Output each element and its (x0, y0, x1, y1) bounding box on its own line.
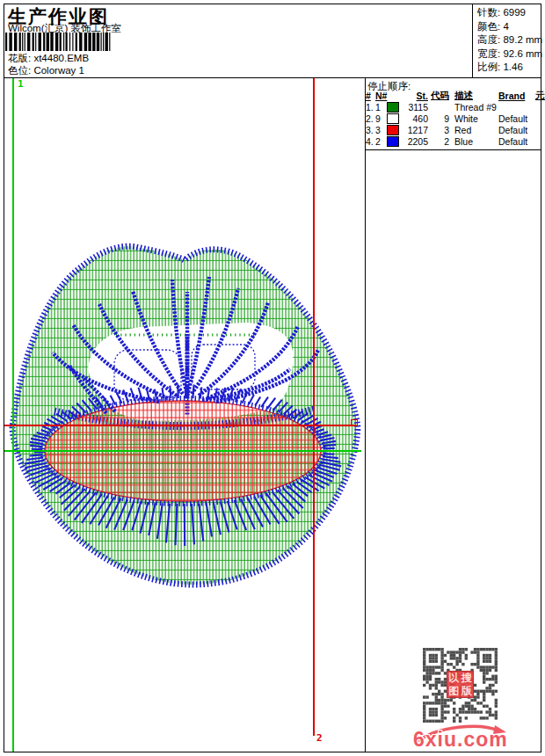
end-guide-vertical (313, 78, 315, 736)
table-row: 1. 1 3115 Thread #9 (366, 101, 545, 113)
pattern-label: 花版: (8, 53, 31, 63)
color-swatch (387, 113, 399, 124)
end-guide-horizontal (4, 425, 356, 426)
site-name: 6xiu.com (413, 728, 508, 752)
stat-scale: 比例: 1.46 (477, 61, 542, 75)
red-stamp: 以 搜 图 版 (447, 671, 474, 698)
table-row: 3. 3 1217 3 Red Default (366, 124, 545, 135)
col-brand: Brand (498, 91, 535, 101)
col-code: 代码 (430, 90, 453, 102)
stat-width: 宽度: 92.6 mm (477, 47, 542, 62)
pattern-value: xt4480.EMB (33, 53, 89, 63)
stats-panel: 针数: 6999 颜色: 4 高度: 89.2 mm 宽度: 92.6 mm 比… (477, 6, 542, 75)
color-swatch (387, 136, 399, 147)
end-point-marker (351, 419, 358, 426)
colorway-value: Colorway 1 (33, 65, 84, 76)
start-guide-horizontal (4, 450, 361, 452)
end-guide-label: 2 (316, 732, 323, 744)
table-row: 2. 9 460 9 White Default (366, 113, 545, 124)
stat-colors: 颜色: 4 (477, 20, 542, 34)
stats-divider (472, 4, 473, 77)
colorway-label: 色位: (8, 65, 31, 76)
start-guide-label: 1 (18, 78, 24, 90)
col-hash: # (366, 91, 375, 101)
sidebar-divider (365, 77, 366, 752)
production-worksheet: { "header": { "title": "生产作业图", "subtitl… (0, 0, 545, 756)
stop-sequence-header: # N# St. 代码 描述 Brand 元素 (366, 90, 545, 102)
col-element: 元素 (535, 90, 545, 102)
color-swatch (387, 125, 399, 135)
col-needle: N# (375, 91, 401, 101)
lips-embroidery-design (4, 77, 365, 752)
colorway: 色位: Colorway 1 (8, 64, 84, 77)
stat-stitches: 针数: 6999 (477, 6, 542, 20)
pattern-file: 花版: xt4480.EMB (8, 52, 89, 65)
barcode-icon (5, 33, 114, 51)
site-watermark: 6xiu.com (406, 719, 513, 754)
col-description: 描述 (453, 90, 498, 102)
table-row: 4. 2 2205 2 Blue Default (366, 135, 545, 147)
stat-height: 高度: 89.2 mm (477, 33, 542, 47)
col-stitches: St. (401, 91, 430, 101)
table-bottom-divider (366, 149, 541, 150)
color-swatch (387, 102, 399, 113)
start-guide-vertical (12, 78, 14, 752)
